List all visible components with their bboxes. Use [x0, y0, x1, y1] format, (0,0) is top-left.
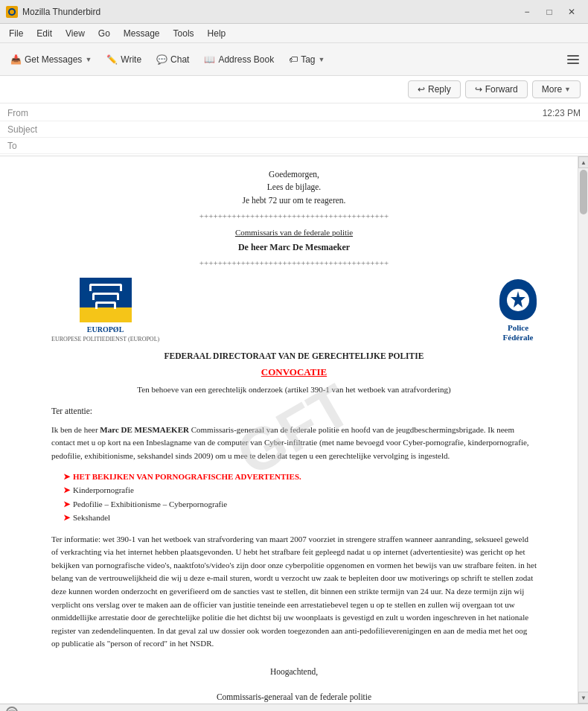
- header-fields: From 12:23 PM Subject To: [0, 103, 588, 156]
- email-body: Goedemorgen, Lees de bijlage. Je hebt 72…: [33, 156, 555, 704]
- subject-label: Subject: [7, 124, 52, 135]
- menu-go[interactable]: Go: [92, 27, 116, 40]
- list-item: ➤ HET BEKIJKEN VAN PORNOGRAFISCHE ADVERT…: [63, 471, 537, 483]
- greeting-line3: Je hebt 72 uur om te reageren.: [51, 194, 537, 207]
- get-messages-button[interactable]: 📥 Get Messages ▼: [4, 51, 98, 68]
- body-text-2: Ter informatie: wet 390-1 van het wetboe…: [51, 533, 537, 651]
- closing-hoogachtend: Hoogachtend,: [51, 666, 537, 678]
- tag-label: Tag: [301, 54, 315, 65]
- tag-dropdown-icon[interactable]: ▼: [319, 56, 325, 63]
- write-icon: ✏️: [106, 54, 118, 65]
- forward-button[interactable]: ↪ Forward: [465, 80, 528, 98]
- from-row: From 12:23 PM: [0, 105, 588, 121]
- forward-icon: ↪: [475, 84, 482, 95]
- status-bar: [0, 704, 588, 711]
- email-body-container: GFT Goedemorgen, Lees de bijlage. Je heb…: [0, 156, 588, 704]
- greeting-line2: Lees de bijlage.: [51, 181, 537, 194]
- email-closing: Hoogachtend, Commissaris-generaal van de…: [51, 666, 537, 704]
- menu-file[interactable]: File: [3, 27, 29, 40]
- chat-icon: 💬: [156, 54, 167, 65]
- write-label: Write: [121, 54, 141, 65]
- from-label: From: [7, 108, 52, 118]
- reply-button[interactable]: ↩ Reply: [408, 80, 461, 98]
- list-item: ➤ Pedofilie – Exhibitionisme – Cyberporn…: [63, 498, 537, 511]
- tag-icon: 🏷: [289, 54, 298, 65]
- more-label: More: [542, 84, 562, 95]
- write-button[interactable]: ✏️ Write: [100, 51, 147, 68]
- app-icon: [6, 6, 18, 18]
- police-line2: Fédérale: [503, 333, 534, 342]
- action-bar: ↩ Reply ↪ Forward More ▼: [0, 76, 588, 103]
- bullet-text-4: Sekshandel: [73, 511, 110, 524]
- body-text-1: Ik ben de heer Marc DE MESMAEKER Commiss…: [51, 424, 537, 463]
- scrollbar[interactable]: ▲ ▼: [578, 156, 588, 704]
- chat-button[interactable]: 💬 Chat: [150, 51, 195, 68]
- address-book-icon: 📖: [204, 54, 215, 65]
- bullet-text-1: HET BEKIJKEN VAN PORNOGRAFISCHE ADVERTEN…: [73, 471, 301, 483]
- logos-row: EUROPØL EUROPESE POLITIEDIENST (EUROPOL)…: [51, 278, 537, 344]
- bullet-text-2: Kinderpornografie: [73, 484, 134, 497]
- more-dropdown-icon: ▼: [564, 86, 571, 93]
- toolbar: 📥 Get Messages ▼ ✏️ Write 💬 Chat 📖 Addre…: [0, 43, 588, 76]
- hamburger-menu[interactable]: [563, 49, 584, 70]
- official-title: Commissaris van de federale politie: [51, 226, 537, 239]
- forward-label: Forward: [485, 84, 518, 95]
- europol-text: EUROPØL: [87, 324, 124, 335]
- list-item: ➤ Kinderpornografie: [63, 484, 537, 497]
- reply-label: Reply: [428, 84, 451, 95]
- police-fed-logo: Police Fédérale: [499, 279, 537, 342]
- get-messages-icon: 📥: [10, 54, 22, 65]
- close-button[interactable]: ✕: [561, 3, 582, 21]
- europol-subtext: EUROPESE POLITIEDIENST (EUROPOL): [51, 335, 159, 344]
- scroll-up-arrow[interactable]: ▲: [578, 156, 588, 168]
- convocatie-title: CONVOCATIE: [51, 365, 537, 380]
- bullet-arrow-2: ➤: [63, 484, 70, 497]
- bullet-arrow-3: ➤: [63, 498, 70, 511]
- bullet-text-3: Pedofilie – Exhibitionisme – Cyberpornog…: [73, 498, 227, 511]
- to-label: To: [7, 141, 52, 151]
- bullet-list: ➤ HET BEKIJKEN VAN PORNOGRAFISCHE ADVERT…: [63, 471, 537, 524]
- bullet-arrow-1: ➤: [63, 471, 70, 483]
- menu-help[interactable]: Help: [202, 27, 232, 40]
- tag-button[interactable]: 🏷 Tag ▼: [283, 51, 330, 68]
- scroll-thumb[interactable]: [580, 170, 587, 214]
- divider1: ++++++++++++++++++++++++++++++++++++++++…: [51, 210, 537, 223]
- minimize-button[interactable]: −: [517, 3, 537, 21]
- menu-tools[interactable]: Tools: [167, 27, 200, 40]
- europol-logo: EUROPØL EUROPESE POLITIEDIENST (EUROPOL): [51, 278, 159, 344]
- person-name: De heer Marc De Mesmaeker: [51, 240, 537, 254]
- subject-row: Subject: [0, 121, 588, 138]
- police-emblem: [499, 279, 537, 320]
- email-header: ↩ Reply ↪ Forward More ▼ From 12:23 PM S…: [0, 76, 588, 156]
- get-messages-label: Get Messages: [25, 54, 82, 65]
- chat-label: Chat: [170, 54, 189, 65]
- police-line1: Police: [508, 323, 528, 332]
- address-book-button[interactable]: 📖 Address Book: [198, 51, 280, 68]
- email-time: 12:23 PM: [543, 108, 581, 118]
- greeting-line1: Goedemorgen,: [51, 168, 537, 181]
- divider2: ++++++++++++++++++++++++++++++++++++++++…: [51, 257, 537, 270]
- reply-icon: ↩: [418, 84, 425, 95]
- police-emblem-inner: [507, 289, 529, 311]
- menu-edit[interactable]: Edit: [31, 27, 58, 40]
- police-fed-text: Police Fédérale: [503, 323, 534, 342]
- status-icon: [6, 707, 18, 712]
- menu-message[interactable]: Message: [118, 27, 166, 40]
- closing-title: Commissaris-generaal van de federale pol…: [51, 691, 537, 704]
- email-greeting: Goedemorgen, Lees de bijlage. Je hebt 72…: [51, 168, 537, 207]
- more-button[interactable]: More ▼: [532, 80, 581, 98]
- maximize-button[interactable]: □: [539, 3, 560, 21]
- europol-badge: [80, 278, 132, 322]
- menu-view[interactable]: View: [60, 27, 91, 40]
- subtitle: Ten behoeve van een gerechtelijk onderzo…: [51, 383, 537, 396]
- main-title: FEDERAAL DIRECTORAAT VAN DE GERECHTELIJK…: [51, 350, 537, 363]
- get-messages-dropdown-icon[interactable]: ▼: [85, 56, 92, 63]
- bullet-arrow-4: ➤: [63, 511, 70, 524]
- menu-bar: File Edit View Go Message Tools Help: [0, 24, 588, 43]
- window-title: Mozilla Thunderbird: [22, 7, 100, 17]
- list-item: ➤ Sekshandel: [63, 511, 537, 524]
- svg-point-1: [10, 10, 14, 14]
- to-row: To: [0, 138, 588, 154]
- scroll-down-arrow[interactable]: ▼: [578, 692, 588, 704]
- ter-attentie: Ter attentie:: [51, 405, 537, 418]
